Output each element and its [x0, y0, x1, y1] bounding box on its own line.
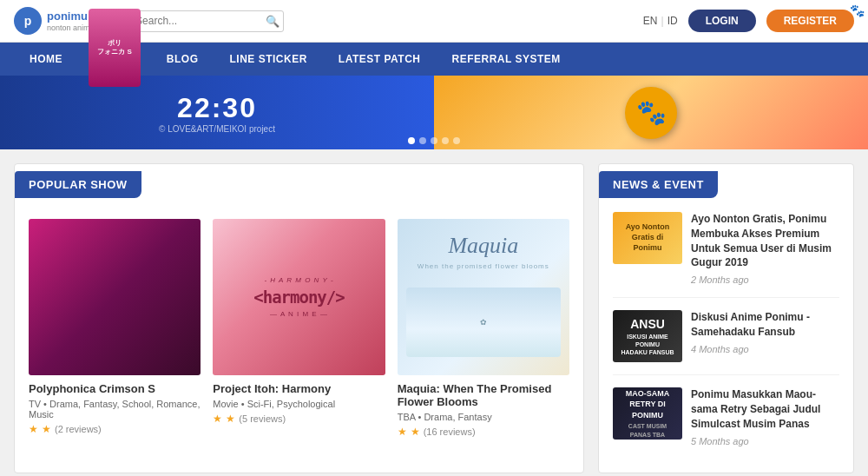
main-content: POPULAR SHOW ポリフォニカ S Polyphonica Crimso…: [0, 149, 868, 476]
nav-referral-system[interactable]: REFERRAL SYSTEM: [437, 43, 576, 76]
popular-show-header: POPULAR SHOW: [15, 171, 141, 198]
nav-latest-patch[interactable]: LATEST PATCH: [323, 43, 437, 76]
news-section: NEWS & EVENT Ayo NontonGratis diPonimu 🐾…: [598, 163, 854, 473]
lang-en[interactable]: EN: [643, 15, 658, 27]
popular-show-section: POPULAR SHOW ポリフォニカ S Polyphonica Crimso…: [14, 163, 584, 473]
nav-blog[interactable]: BLOG: [151, 43, 214, 76]
news-item-1[interactable]: Ayo NontonGratis diPonimu 🐾 Ayo Nonton G…: [613, 212, 839, 298]
review-count-polyphonica: (2 reviews): [55, 424, 102, 434]
lang-switcher: EN | ID: [643, 15, 678, 27]
dot-3[interactable]: [431, 137, 437, 144]
banner-dots: [408, 137, 460, 144]
register-button[interactable]: REGISTER: [766, 10, 854, 32]
review-count-harmony: (5 reviews): [239, 413, 286, 424]
banner-left: 22:30 © LOVE&ART/MEIKOI project: [0, 76, 434, 149]
dot-4[interactable]: [442, 137, 449, 144]
dot-2[interactable]: [419, 137, 426, 144]
show-title-polyphonica: Polyphonica Crimson S: [29, 382, 201, 395]
banner-time: 22:30: [177, 92, 257, 124]
news-title-1: Ayo Nonton Gratis, Ponimu Membuka Akses …: [691, 212, 839, 270]
show-poster-polyphonica: ポリフォニカ S: [29, 219, 201, 375]
news-event-header: NEWS & EVENT: [599, 171, 718, 198]
news-body-3: Ponimu Masukkan Maou-sama Retry Sebagai …: [691, 387, 839, 446]
logo-icon: p: [14, 7, 42, 35]
news-date-3: 5 Months ago: [691, 436, 839, 446]
star-icon: ★: [29, 423, 38, 435]
search-icon: 🔍: [266, 15, 279, 28]
search-bar[interactable]: 🔍: [128, 10, 284, 32]
shows-grid: ポリフォニカ S Polyphonica Crimson S TV • Dram…: [29, 219, 569, 438]
search-input[interactable]: [135, 15, 266, 27]
show-rating-harmony: ★ ★ (5 reviews): [213, 413, 385, 425]
banner-copyright: © LOVE&ART/MEIKOI project: [159, 124, 275, 134]
star-half-icon: ★: [42, 423, 51, 435]
banner-right: 🐾: [434, 76, 868, 149]
show-meta-maquia: TBA • Drama, Fantasy: [398, 412, 569, 422]
review-count-maquia: (16 reviews): [424, 426, 476, 437]
news-thumb-2: ANSU ISKUSI ANIME PONIMUHADAKU FANSUB: [613, 310, 682, 362]
dot-5[interactable]: [453, 137, 460, 144]
news-thumb-1: Ayo NontonGratis diPonimu 🐾: [613, 212, 682, 264]
show-meta-harmony: Movie • Sci-Fi, Psychological: [213, 399, 385, 409]
logo-name: ponimu: [47, 10, 88, 23]
show-rating-maquia: ★ ★ (16 reviews): [398, 426, 569, 438]
star-half-icon: ★: [226, 413, 235, 425]
news-date-2: 4 Months ago: [691, 344, 839, 354]
star-half-icon: ★: [411, 426, 420, 438]
show-title-maquia: Maquia: When The Promised Flower Blooms: [398, 382, 569, 408]
news-item-3[interactable]: MAO-SAMA RETRY DI PONIMU CAST MUSIM PANA…: [613, 387, 839, 458]
show-card-polyphonica[interactable]: ポリフォニカ S Polyphonica Crimson S TV • Dram…: [29, 219, 201, 438]
star-icon: ★: [398, 426, 407, 438]
star-icon: ★: [213, 413, 222, 425]
news-title-2: Diskusi Anime Ponimu - Samehadaku Fansub: [691, 310, 839, 340]
news-thumb-3: MAO-SAMA RETRY DI PONIMU CAST MUSIM PANA…: [613, 387, 682, 440]
show-card-maquia[interactable]: Maquia When the promised flower blooms ✿…: [398, 219, 569, 438]
news-date-1: 2 Months ago: [691, 274, 839, 285]
show-poster-maquia: Maquia When the promised flower blooms ✿: [398, 219, 569, 375]
news-body-1: Ayo Nonton Gratis, Ponimu Membuka Akses …: [691, 212, 839, 285]
show-title-harmony: Project Itoh: Harmony: [213, 382, 385, 395]
show-card-harmony[interactable]: - H A R M O N Y - <harmony/> — A N I M E…: [213, 219, 385, 438]
login-button[interactable]: LOGIN: [688, 10, 756, 32]
news-body-2: Diskusi Anime Ponimu - Samehadaku Fansub…: [691, 310, 839, 362]
nav-home[interactable]: HOME: [14, 43, 78, 76]
dot-1[interactable]: [408, 137, 415, 144]
nav-line-sticker[interactable]: LINE STICKER: [214, 43, 323, 76]
lang-id[interactable]: ID: [667, 15, 678, 27]
news-item-2[interactable]: ANSU ISKUSI ANIME PONIMUHADAKU FANSUB Di…: [613, 310, 839, 375]
show-poster-harmony: - H A R M O N Y - <harmony/> — A N I M E…: [213, 219, 385, 375]
news-title-3: Ponimu Masukkan Maou-sama Retry Sebagai …: [691, 387, 839, 431]
show-meta-polyphonica: TV • Drama, Fantasy, School, Romance, Mu…: [29, 399, 201, 420]
show-rating-polyphonica: ★ ★ (2 reviews): [29, 423, 201, 435]
